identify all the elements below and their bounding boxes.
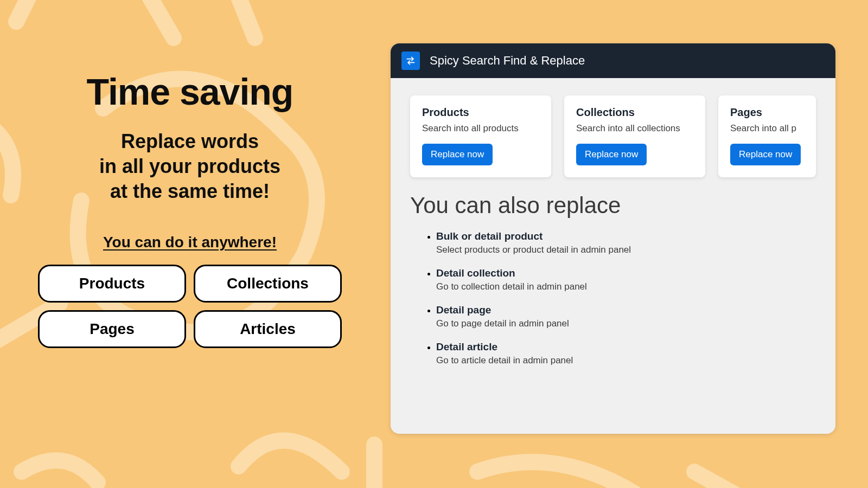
tagline: You can do it anywhere!: [103, 234, 277, 251]
list-item: Bulk or detail product Select products o…: [436, 230, 816, 255]
cards-row: Products Search into all products Replac…: [391, 78, 835, 187]
list-item-desc: Select products or product detail in adm…: [436, 245, 816, 255]
list-item-title: Bulk or detail product: [436, 230, 816, 242]
list-item: Detail page Go to page detail in admin p…: [436, 304, 816, 329]
chip-pages[interactable]: Pages: [38, 310, 186, 348]
list-item-desc: Go to article detail in admin panel: [436, 355, 816, 366]
card-title: Products: [422, 106, 539, 119]
replace-now-button[interactable]: Replace now: [422, 144, 493, 165]
chip-products[interactable]: Products: [38, 265, 186, 303]
list-item-title: Detail article: [436, 341, 816, 353]
subhead-line-3: at the same time!: [110, 180, 270, 202]
card-title: Collections: [576, 106, 693, 119]
replace-now-button[interactable]: Replace now: [730, 144, 801, 165]
list-item-title: Detail collection: [436, 267, 816, 279]
card-pages: Pages Search into all p Replace now: [718, 95, 816, 177]
app-logo-icon: [401, 52, 420, 70]
card-products: Products Search into all products Replac…: [410, 95, 551, 177]
also-section: You can also replace Bulk or detail prod…: [391, 187, 835, 389]
app-panel: Spicy Search Find & Replace Products Sea…: [391, 43, 835, 434]
list-item-desc: Go to page detail in admin panel: [436, 318, 816, 329]
app-title: Spicy Search Find & Replace: [430, 54, 585, 68]
subheadline: Replace words in all your products at th…: [33, 129, 347, 204]
chip-collections[interactable]: Collections: [194, 265, 342, 303]
list-item: Detail collection Go to collection detai…: [436, 267, 816, 292]
also-list: Bulk or detail product Select products o…: [410, 230, 816, 366]
subhead-line-1: Replace words: [121, 130, 259, 152]
card-collections: Collections Search into all collections …: [564, 95, 705, 177]
card-desc: Search into all collections: [576, 123, 693, 134]
marketing-column: Time saving Replace words in all your pr…: [33, 70, 347, 348]
card-desc: Search into all p: [730, 123, 804, 134]
list-item: Detail article Go to article detail in a…: [436, 341, 816, 366]
headline: Time saving: [33, 70, 347, 113]
list-item-desc: Go to collection detail in admin panel: [436, 281, 816, 292]
card-title: Pages: [730, 106, 804, 119]
replace-now-button[interactable]: Replace now: [576, 144, 647, 165]
subhead-line-2: in all your products: [99, 155, 280, 177]
card-desc: Search into all products: [422, 123, 539, 134]
list-item-title: Detail page: [436, 304, 816, 316]
also-heading: You can also replace: [410, 192, 816, 219]
chip-grid: Products Collections Pages Articles: [38, 265, 342, 348]
chip-articles[interactable]: Articles: [194, 310, 342, 348]
app-header: Spicy Search Find & Replace: [391, 43, 835, 78]
